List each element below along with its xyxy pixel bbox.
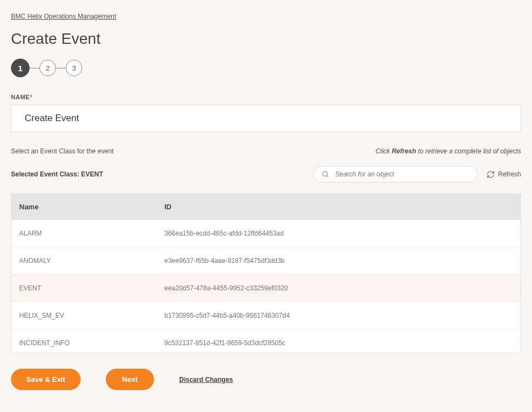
table-row[interactable]: HELIX_SM_EVb1730995-c5d7-44b5-a40b-96617… [12, 302, 520, 329]
table-row[interactable]: ANOMALYe3ee9637-f65b-4aae-9187-f5475df3d… [12, 247, 520, 274]
refresh-button[interactable]: Refresh [487, 170, 521, 179]
discard-changes-link[interactable]: Discard Changes [179, 376, 233, 384]
svg-point-0 [323, 171, 328, 176]
name-label: NAME* [11, 94, 521, 100]
table-row[interactable]: ALARM366ea15b-ecdd-465c-afdd-12ffd64453a… [12, 220, 520, 247]
cell-name: ALARM [12, 220, 157, 247]
name-input[interactable] [11, 105, 521, 132]
table-body[interactable]: ALARM366ea15b-ecdd-465c-afdd-12ffd64453a… [12, 220, 520, 353]
col-header-id[interactable]: ID [157, 194, 520, 220]
hint-select-class: Select an Event Class for the event [11, 147, 113, 155]
search-box[interactable] [313, 166, 478, 182]
refresh-icon [487, 170, 495, 179]
breadcrumb[interactable]: BMC Helix Operations Management [11, 13, 116, 20]
page-title: Create Event [11, 30, 521, 48]
cell-name: EVENT [12, 275, 157, 301]
search-input[interactable] [334, 170, 470, 179]
selected-event-class: Selected Event Class: EVENT [11, 170, 103, 178]
hint-refresh: Click Refresh to retrieve a complete lis… [376, 147, 521, 155]
col-header-name[interactable]: Name [12, 194, 157, 220]
cell-name: INCIDENT_INFO [12, 330, 157, 353]
step-line [56, 68, 66, 68]
footer: Save & Exit Next Discard Changes [0, 353, 532, 401]
search-icon [322, 170, 330, 179]
next-button[interactable]: Next [106, 369, 154, 390]
event-class-table: Name ID ALARM366ea15b-ecdd-465c-afdd-12f… [11, 193, 521, 353]
save-exit-button[interactable]: Save & Exit [11, 369, 81, 390]
table-header: Name ID [12, 194, 520, 220]
cell-id: 9c532137-851d-42f1-9659-5d3dcf28505c [157, 330, 520, 353]
cell-id: b1730995-c5d7-44b5-a40b-9661746307d4 [157, 302, 520, 329]
step-3[interactable]: 3 [66, 60, 82, 76]
step-indicator: 1 2 3 [11, 59, 521, 77]
table-row[interactable]: EVENTeea20d57-478a-4455-9952-c33259ef032… [12, 274, 520, 302]
refresh-label: Refresh [498, 170, 521, 178]
svg-line-1 [327, 175, 328, 177]
step-line [30, 68, 39, 68]
cell-id: 366ea15b-ecdd-465c-afdd-12ffd64453ad [157, 220, 520, 247]
step-1[interactable]: 1 [11, 59, 30, 77]
cell-id: eea20d57-478a-4455-9952-c33259ef0320 [157, 275, 520, 301]
cell-name: HELIX_SM_EV [12, 302, 157, 329]
step-2[interactable]: 2 [39, 60, 56, 76]
cell-id: e3ee9637-f65b-4aae-9187-f5475df3dd3b [157, 248, 520, 274]
table-row[interactable]: INCIDENT_INFO9c532137-851d-42f1-9659-5d3… [12, 329, 520, 353]
cell-name: ANOMALY [12, 248, 157, 274]
